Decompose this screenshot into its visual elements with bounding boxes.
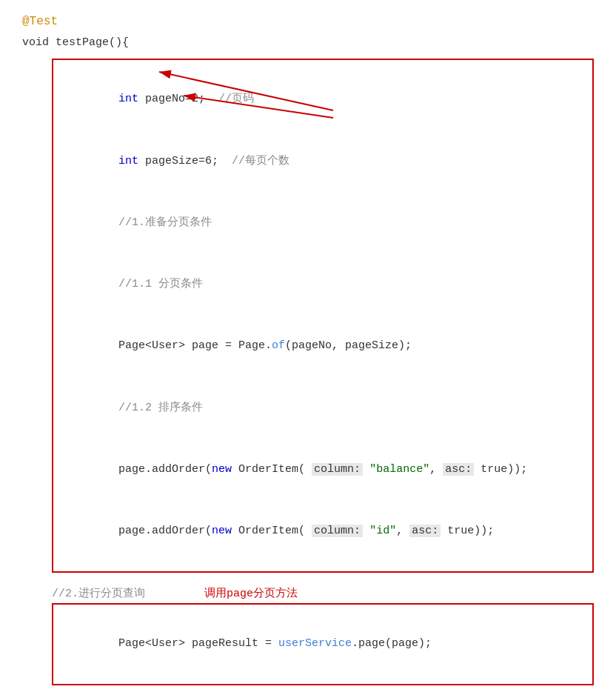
comment-prepare: //1.准备分页条件: [118, 216, 212, 229]
code-line-query: Page<User> pageResult = userService.page…: [65, 613, 580, 675]
plain-2: pageSize=6;: [138, 155, 232, 167]
addorder-1b: OrderItem(: [232, 463, 312, 476]
box1: int pageNo=2; //页码 int pageSize=6; //每页个…: [52, 59, 594, 573]
page-of-1: Page<User> page = Page.: [118, 339, 272, 352]
query-post: .page(page);: [352, 637, 432, 650]
callout-box2: 调用page分页方法: [204, 586, 298, 600]
plain-1: pageNo=2;: [138, 93, 218, 105]
code-line-1: int pageNo=2; //页码: [65, 69, 580, 130]
query-pre: Page<User> pageResult =: [118, 637, 278, 650]
keyword-int-1: int: [118, 93, 138, 105]
addorder-2b: OrderItem(: [232, 525, 312, 537]
column-label-1: column:: [312, 463, 363, 476]
addorder-2e: true));: [441, 525, 494, 537]
method-signature: void testPage(){: [22, 33, 594, 54]
code-line-7: page.addOrder(new OrderItem( column: "ba…: [65, 439, 580, 500]
addorder-1a: page.addOrder(: [118, 463, 212, 476]
asc-label-2: asc:: [409, 525, 441, 537]
addorder-1d: ,: [429, 463, 443, 476]
code-line-8: page.addOrder(new OrderItem( column: "id…: [65, 500, 580, 562]
code-line-5: Page<User> page = Page.of(pageNo, pageSi…: [65, 316, 580, 377]
comment-sort-cond: //1.2 排序条件: [118, 402, 203, 414]
page-container: @Test void testPage(){ int pageNo=2; //页…: [22, 15, 594, 695]
column-label-2: column:: [312, 525, 363, 537]
page-of-2: (pageNo, pageSize);: [285, 339, 412, 352]
comment-page-cond: //1.1 分页条件: [118, 278, 203, 290]
addorder-2c: [363, 525, 369, 537]
asc-label-1: asc:: [443, 463, 474, 476]
comment-query: //2.进行分页查询: [52, 586, 145, 600]
code-line-3: //1.准备分页条件: [65, 192, 580, 253]
keyword-new-2: new: [212, 525, 232, 537]
addorder-2a: page.addOrder(: [118, 525, 212, 537]
box2: Page<User> pageResult = userService.page…: [52, 603, 594, 685]
method-of: of: [272, 339, 285, 352]
userservice-ref: userService: [278, 637, 352, 650]
addorder-2d: ,: [396, 525, 409, 537]
code-line-2: int pageSize=6; //每页个数: [65, 130, 580, 192]
keyword-int-2: int: [118, 155, 138, 167]
addorder-1e: true));: [474, 463, 527, 476]
comment-pageno: //页码: [218, 93, 254, 105]
addorder-1c: [363, 463, 369, 476]
test-annotation: @Test: [22, 15, 594, 28]
code-line-6: //1.2 排序条件: [65, 377, 580, 439]
code-line-4: //1.1 分页条件: [65, 253, 580, 315]
comment-pagesize: //每页个数: [232, 155, 289, 167]
keyword-new-1: new: [212, 463, 232, 476]
string-balance: "balance": [369, 463, 429, 476]
string-id: "id": [369, 525, 396, 537]
